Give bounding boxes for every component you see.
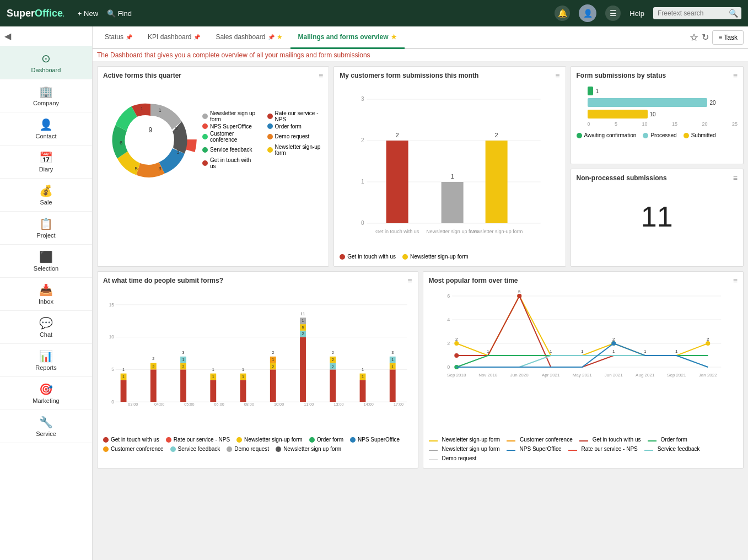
svg-text:1: 1 <box>612 349 615 354</box>
tab-sales[interactable]: Sales dashboard 📌 ★ <box>208 26 290 49</box>
widget-menu-icon[interactable]: ≡ <box>733 174 738 182</box>
tab-status[interactable]: Status 📌 <box>97 26 140 49</box>
chart-legend: Get in touch with us Newsletter sign-up … <box>340 251 559 262</box>
svg-text:3: 3 <box>182 350 185 355</box>
find-button[interactable]: 🔍 Find <box>107 9 132 18</box>
sidebar-item-diary[interactable]: 📅 Diary <box>0 146 92 179</box>
app-logo: SuperOffice. <box>7 8 64 19</box>
svg-rect-70 <box>300 337 306 402</box>
legend-item: Newsletter sign-up form <box>267 144 324 156</box>
svg-text:03:00: 03:00 <box>128 402 138 407</box>
widget-menu-icon[interactable]: ≡ <box>407 276 412 285</box>
svg-text:6: 6 <box>302 325 304 330</box>
bar-chart-month: 3 2 1 0 2 <box>340 84 559 250</box>
sidebar-label-project: Project <box>36 232 55 239</box>
svg-text:Get in touch with us: Get in touch with us <box>375 229 419 234</box>
search-input[interactable] <box>653 7 741 19</box>
svg-rect-53 <box>210 380 216 402</box>
sale-icon: 💰 <box>39 184 53 197</box>
widget-form-status: Form submissions by status ≡ 1 <box>571 66 744 164</box>
sidebar-item-service[interactable]: 🔧 Service <box>0 410 92 443</box>
svg-text:6: 6 <box>120 139 122 146</box>
top-navigation: SuperOffice. + New 🔍 Find 🔔 👤 ☰ Help 🔍 <box>0 0 748 26</box>
sidebar-label-selection: Selection <box>34 265 58 272</box>
legend-dot <box>202 160 208 166</box>
sidebar-label-sale: Sale <box>40 199 52 206</box>
pin-icon: 📌 <box>126 34 132 40</box>
search-icon[interactable]: 🔍 <box>729 9 738 18</box>
svg-point-118 <box>706 341 710 346</box>
subtitle-bar: The Dashboard that gives you a complete … <box>93 49 748 62</box>
sidebar-item-dashboard[interactable]: ⊙ Dashboard <box>0 46 92 79</box>
svg-text:1: 1 <box>487 349 489 354</box>
widget-menu-icon[interactable]: ≡ <box>319 71 323 80</box>
sidebar-item-selection[interactable]: ⬛ Selection <box>0 245 92 278</box>
widget-active-forms: Active forms this quarter ≡ <box>97 66 329 267</box>
svg-text:2: 2 <box>455 337 458 342</box>
diary-icon: 📅 <box>39 151 53 164</box>
sidebar: ◀ ⊙ Dashboard 🏢 Company 👤 Contact 📅 Diar… <box>0 26 93 560</box>
pin-icon: 📌 <box>193 34 200 40</box>
donut-chart: 9 6 5 3 3 2 1 1 <box>103 84 198 195</box>
notifications-icon[interactable]: 🔔 <box>555 6 570 21</box>
svg-rect-63 <box>270 369 276 402</box>
svg-rect-41 <box>150 369 157 402</box>
contact-icon: 👤 <box>39 118 53 131</box>
legend-dot <box>267 114 273 119</box>
sidebar-label-reports: Reports <box>35 364 57 371</box>
user-avatar[interactable]: 👤 <box>579 4 596 22</box>
inbox-icon: 📥 <box>39 283 53 297</box>
non-processed-count: 11 <box>577 187 738 246</box>
sidebar-label-inbox: Inbox <box>39 298 53 305</box>
sidebar-item-inbox[interactable]: 📥 Inbox <box>0 278 92 311</box>
tab-mailings[interactable]: Mailings and forms overview ★ <box>290 26 405 49</box>
svg-text:May 2021: May 2021 <box>572 373 592 378</box>
svg-text:1: 1 <box>302 318 304 323</box>
search-container: 🔍 <box>653 7 741 19</box>
sidebar-item-company[interactable]: 🏢 Company <box>0 79 92 112</box>
pin-icon: 📌 <box>268 34 275 40</box>
svg-text:1: 1 <box>159 107 162 113</box>
refresh-icon[interactable]: ↻ <box>702 32 709 42</box>
svg-text:15: 15 <box>109 303 115 308</box>
widget-form-submissions-month: My customers form submissions this month… <box>333 66 566 267</box>
widget-menu-icon[interactable]: ≡ <box>733 71 738 80</box>
svg-text:2: 2 <box>396 132 399 138</box>
svg-point-122 <box>517 294 521 298</box>
svg-text:04:00: 04:00 <box>154 402 164 407</box>
svg-text:1: 1 <box>391 357 394 362</box>
svg-text:1: 1 <box>362 374 364 379</box>
widgets-row-1: Active forms this quarter ≡ <box>97 66 744 267</box>
svg-text:9: 9 <box>149 126 153 134</box>
svg-text:2: 2 <box>495 132 498 138</box>
help-link[interactable]: Help <box>629 9 644 18</box>
donut-legend: Newsletter sign up form Rate our service… <box>202 110 323 169</box>
svg-text:2: 2 <box>332 357 334 362</box>
svg-text:Jun 2020: Jun 2020 <box>510 373 528 378</box>
favorite-star-icon[interactable]: ☆ <box>690 31 698 44</box>
sidebar-item-chat[interactable]: 💬 Chat <box>0 311 92 344</box>
main-content: Status 📌 KPI dashboard 📌 Sales dashboard… <box>93 26 748 560</box>
svg-text:Jan 2022: Jan 2022 <box>698 373 717 378</box>
marketing-icon: 🎯 <box>39 383 53 396</box>
sidebar-toggle[interactable]: ◀ <box>0 26 92 46</box>
svg-text:3: 3 <box>176 149 179 155</box>
svg-text:13:00: 13:00 <box>334 402 344 407</box>
tab-kpi[interactable]: KPI dashboard 📌 <box>140 26 208 49</box>
selection-icon: ⬛ <box>39 250 53 263</box>
sidebar-item-marketing[interactable]: 🎯 Marketing <box>0 377 92 410</box>
widget-menu-icon[interactable]: ≡ <box>733 276 738 285</box>
sidebar-item-contact[interactable]: 👤 Contact <box>0 112 92 146</box>
legend-dot <box>202 134 208 139</box>
messages-icon[interactable]: ☰ <box>605 6 621 21</box>
legend-item: Customer conference <box>202 131 259 143</box>
task-button[interactable]: ≡ Task <box>712 30 744 45</box>
svg-text:1: 1 <box>581 349 584 354</box>
sidebar-item-reports[interactable]: 📊 Reports <box>0 344 92 377</box>
widget-menu-icon[interactable]: ≡ <box>555 71 559 80</box>
svg-text:5: 5 <box>135 165 138 171</box>
sidebar-item-project[interactable]: 📋 Project <box>0 212 92 245</box>
new-button[interactable]: + New <box>78 9 98 18</box>
sidebar-item-sale[interactable]: 💰 Sale <box>0 179 92 212</box>
svg-text:0: 0 <box>361 220 364 226</box>
